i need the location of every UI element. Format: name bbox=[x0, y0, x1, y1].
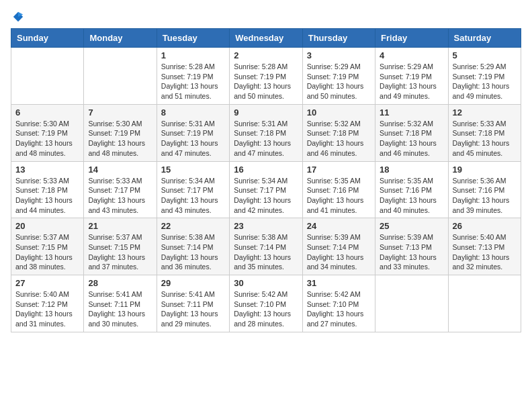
calendar-header-row: SundayMondayTuesdayWednesdayThursdayFrid… bbox=[11, 29, 521, 48]
day-of-week-header: Wednesday bbox=[230, 29, 302, 48]
day-info: Sunrise: 5:31 AMSunset: 7:18 PMDaylight:… bbox=[234, 119, 298, 158]
calendar-cell bbox=[11, 48, 84, 105]
day-number: 3 bbox=[307, 50, 371, 60]
calendar-cell: 2Sunrise: 5:28 AMSunset: 7:19 PMDaylight… bbox=[230, 48, 302, 105]
logo bbox=[11, 11, 24, 23]
day-info: Sunrise: 5:29 AMSunset: 7:19 PMDaylight:… bbox=[307, 62, 371, 101]
day-info: Sunrise: 5:28 AMSunset: 7:19 PMDaylight:… bbox=[234, 62, 298, 101]
calendar-cell: 14Sunrise: 5:33 AMSunset: 7:17 PMDayligh… bbox=[84, 161, 157, 218]
calendar-cell: 7Sunrise: 5:30 AMSunset: 7:19 PMDaylight… bbox=[84, 104, 157, 161]
calendar-cell: 27Sunrise: 5:40 AMSunset: 7:12 PMDayligh… bbox=[11, 275, 84, 332]
day-info: Sunrise: 5:40 AMSunset: 7:13 PMDaylight:… bbox=[453, 232, 517, 272]
day-info: Sunrise: 5:33 AMSunset: 7:18 PMDaylight:… bbox=[15, 176, 79, 216]
day-info: Sunrise: 5:38 AMSunset: 7:14 PMDaylight:… bbox=[234, 232, 298, 272]
calendar-cell: 4Sunrise: 5:29 AMSunset: 7:19 PMDaylight… bbox=[375, 48, 448, 105]
calendar-week-row: 20Sunrise: 5:37 AMSunset: 7:15 PMDayligh… bbox=[11, 218, 521, 275]
day-number: 16 bbox=[234, 165, 298, 175]
day-number: 31 bbox=[307, 278, 371, 288]
day-info: Sunrise: 5:34 AMSunset: 7:17 PMDaylight:… bbox=[234, 176, 298, 216]
day-info: Sunrise: 5:33 AMSunset: 7:18 PMDaylight:… bbox=[453, 119, 517, 158]
day-info: Sunrise: 5:35 AMSunset: 7:16 PMDaylight:… bbox=[380, 176, 443, 216]
calendar-cell: 6Sunrise: 5:30 AMSunset: 7:19 PMDaylight… bbox=[11, 104, 84, 161]
day-number: 7 bbox=[88, 107, 152, 118]
calendar-cell: 31Sunrise: 5:42 AMSunset: 7:10 PMDayligh… bbox=[302, 275, 375, 332]
day-info: Sunrise: 5:39 AMSunset: 7:14 PMDaylight:… bbox=[307, 232, 371, 272]
day-info: Sunrise: 5:42 AMSunset: 7:10 PMDaylight:… bbox=[307, 289, 371, 329]
calendar-week-row: 6Sunrise: 5:30 AMSunset: 7:19 PMDaylight… bbox=[11, 104, 521, 161]
day-number: 14 bbox=[88, 165, 152, 175]
day-number: 9 bbox=[234, 107, 298, 118]
calendar-cell: 30Sunrise: 5:42 AMSunset: 7:10 PMDayligh… bbox=[230, 275, 302, 332]
day-info: Sunrise: 5:37 AMSunset: 7:15 PMDaylight:… bbox=[15, 232, 79, 272]
day-number: 30 bbox=[234, 278, 298, 288]
calendar-cell: 18Sunrise: 5:35 AMSunset: 7:16 PMDayligh… bbox=[375, 161, 448, 218]
calendar-cell: 13Sunrise: 5:33 AMSunset: 7:18 PMDayligh… bbox=[11, 161, 84, 218]
calendar-cell: 24Sunrise: 5:39 AMSunset: 7:14 PMDayligh… bbox=[302, 218, 375, 275]
day-info: Sunrise: 5:37 AMSunset: 7:15 PMDaylight:… bbox=[88, 232, 152, 272]
day-info: Sunrise: 5:40 AMSunset: 7:12 PMDaylight:… bbox=[15, 289, 79, 329]
day-number: 24 bbox=[307, 221, 371, 231]
day-number: 25 bbox=[380, 221, 443, 231]
calendar-cell: 17Sunrise: 5:35 AMSunset: 7:16 PMDayligh… bbox=[302, 161, 375, 218]
day-info: Sunrise: 5:32 AMSunset: 7:18 PMDaylight:… bbox=[307, 119, 371, 158]
day-of-week-header: Friday bbox=[375, 29, 448, 48]
day-number: 11 bbox=[380, 107, 443, 118]
day-info: Sunrise: 5:38 AMSunset: 7:14 PMDaylight:… bbox=[161, 232, 225, 272]
day-info: Sunrise: 5:32 AMSunset: 7:18 PMDaylight:… bbox=[380, 119, 443, 158]
day-info: Sunrise: 5:31 AMSunset: 7:19 PMDaylight:… bbox=[161, 119, 225, 158]
calendar-cell bbox=[448, 275, 521, 332]
day-info: Sunrise: 5:42 AMSunset: 7:10 PMDaylight:… bbox=[234, 289, 298, 329]
day-number: 27 bbox=[15, 278, 79, 288]
calendar-week-row: 27Sunrise: 5:40 AMSunset: 7:12 PMDayligh… bbox=[11, 275, 521, 332]
day-number: 26 bbox=[453, 221, 517, 231]
calendar-cell: 21Sunrise: 5:37 AMSunset: 7:15 PMDayligh… bbox=[84, 218, 157, 275]
calendar-cell: 26Sunrise: 5:40 AMSunset: 7:13 PMDayligh… bbox=[448, 218, 521, 275]
day-number: 10 bbox=[307, 107, 371, 118]
calendar-cell: 16Sunrise: 5:34 AMSunset: 7:17 PMDayligh… bbox=[230, 161, 302, 218]
day-number: 22 bbox=[161, 221, 225, 231]
calendar-cell: 19Sunrise: 5:36 AMSunset: 7:16 PMDayligh… bbox=[448, 161, 521, 218]
day-info: Sunrise: 5:28 AMSunset: 7:19 PMDaylight:… bbox=[161, 62, 225, 101]
day-number: 4 bbox=[380, 50, 443, 60]
day-info: Sunrise: 5:29 AMSunset: 7:19 PMDaylight:… bbox=[453, 62, 517, 101]
calendar-week-row: 1Sunrise: 5:28 AMSunset: 7:19 PMDaylight… bbox=[11, 48, 521, 105]
day-number: 2 bbox=[234, 50, 298, 60]
day-number: 13 bbox=[15, 165, 79, 175]
day-number: 21 bbox=[88, 221, 152, 231]
calendar-cell: 29Sunrise: 5:41 AMSunset: 7:11 PMDayligh… bbox=[157, 275, 229, 332]
day-number: 19 bbox=[453, 165, 517, 175]
calendar-cell: 10Sunrise: 5:32 AMSunset: 7:18 PMDayligh… bbox=[302, 104, 375, 161]
day-number: 8 bbox=[161, 107, 225, 118]
day-number: 12 bbox=[453, 107, 517, 118]
calendar-cell: 23Sunrise: 5:38 AMSunset: 7:14 PMDayligh… bbox=[230, 218, 302, 275]
calendar-cell: 22Sunrise: 5:38 AMSunset: 7:14 PMDayligh… bbox=[157, 218, 229, 275]
day-number: 1 bbox=[161, 50, 225, 60]
day-number: 20 bbox=[15, 221, 79, 231]
page-header bbox=[11, 11, 521, 23]
day-of-week-header: Saturday bbox=[448, 29, 521, 48]
day-number: 29 bbox=[161, 278, 225, 288]
day-info: Sunrise: 5:29 AMSunset: 7:19 PMDaylight:… bbox=[380, 62, 443, 101]
day-info: Sunrise: 5:39 AMSunset: 7:13 PMDaylight:… bbox=[380, 232, 443, 272]
day-info: Sunrise: 5:41 AMSunset: 7:11 PMDaylight:… bbox=[161, 289, 225, 329]
calendar-cell: 5Sunrise: 5:29 AMSunset: 7:19 PMDaylight… bbox=[448, 48, 521, 105]
calendar-cell: 15Sunrise: 5:34 AMSunset: 7:17 PMDayligh… bbox=[157, 161, 229, 218]
calendar-cell bbox=[375, 275, 448, 332]
day-number: 15 bbox=[161, 165, 225, 175]
calendar-cell: 28Sunrise: 5:41 AMSunset: 7:11 PMDayligh… bbox=[84, 275, 157, 332]
day-info: Sunrise: 5:36 AMSunset: 7:16 PMDaylight:… bbox=[453, 176, 517, 216]
day-number: 17 bbox=[307, 165, 371, 175]
day-info: Sunrise: 5:41 AMSunset: 7:11 PMDaylight:… bbox=[88, 289, 152, 329]
day-info: Sunrise: 5:35 AMSunset: 7:16 PMDaylight:… bbox=[307, 176, 371, 216]
calendar-cell: 9Sunrise: 5:31 AMSunset: 7:18 PMDaylight… bbox=[230, 104, 302, 161]
day-info: Sunrise: 5:33 AMSunset: 7:17 PMDaylight:… bbox=[88, 176, 152, 216]
calendar-cell: 25Sunrise: 5:39 AMSunset: 7:13 PMDayligh… bbox=[375, 218, 448, 275]
logo-icon bbox=[12, 11, 24, 23]
day-info: Sunrise: 5:34 AMSunset: 7:17 PMDaylight:… bbox=[161, 176, 225, 216]
day-of-week-header: Monday bbox=[84, 29, 157, 48]
day-info: Sunrise: 5:30 AMSunset: 7:19 PMDaylight:… bbox=[15, 119, 79, 158]
calendar-cell bbox=[84, 48, 157, 105]
day-number: 23 bbox=[234, 221, 298, 231]
day-number: 28 bbox=[88, 278, 152, 288]
day-number: 6 bbox=[15, 107, 79, 118]
